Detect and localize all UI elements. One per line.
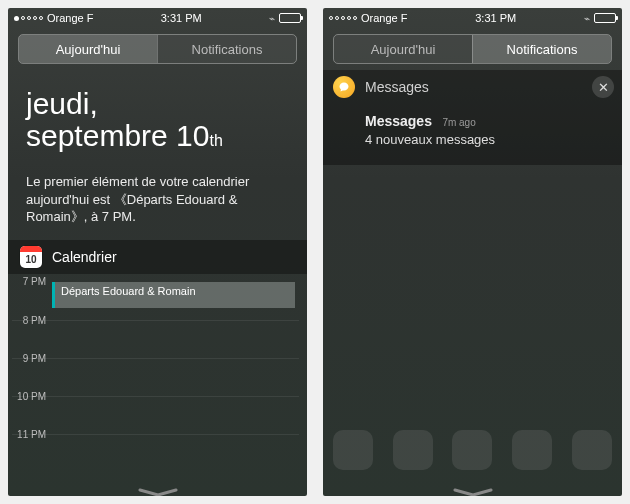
calendar-row: 7 PM Départs Edouard & Romain [12, 282, 299, 320]
phone-notifications: Orange F 3:31 PM ⌁ Aujourd'hui Notificat… [323, 8, 622, 496]
notification-body: 4 nouveaux messages [365, 132, 608, 147]
clock-label: 3:31 PM [161, 12, 202, 24]
messages-icon [333, 76, 355, 98]
home-icons-blur [323, 418, 622, 470]
signal-icon [329, 16, 357, 20]
status-left: Orange F [329, 12, 407, 24]
battery-icon [279, 13, 301, 23]
grabber-icon[interactable] [138, 484, 178, 490]
calendar-row: 8 PM [12, 320, 299, 358]
calendar-event[interactable]: Départs Edouard & Romain [52, 282, 295, 308]
battery-icon [594, 13, 616, 23]
signal-icon [14, 16, 43, 21]
bluetooth-icon: ⌁ [584, 13, 590, 24]
today-header: jeudi, septembre 10th [8, 70, 307, 161]
today-date-main: septembre 10 [26, 119, 209, 152]
notification-item[interactable]: Messages 7m ago 4 nouveaux messages [323, 104, 622, 165]
notification-group: Messages ✕ Messages 7m ago 4 nouveaux me… [323, 70, 622, 165]
close-icon[interactable]: ✕ [592, 76, 614, 98]
notification-title: Messages [365, 113, 432, 129]
today-date-ordinal: th [209, 132, 222, 149]
phone-today: Orange F 3:31 PM ⌁ Aujourd'hui Notificat… [8, 8, 307, 496]
bluetooth-icon: ⌁ [269, 13, 275, 24]
calendar-row: 11 PM [12, 434, 299, 472]
notification-time: 7m ago [442, 117, 475, 128]
today-date: septembre 10th [26, 120, 289, 152]
today-weekday: jeudi, [26, 88, 289, 120]
clock-label: 3:31 PM [475, 12, 516, 24]
tab-notifications[interactable]: Notifications [472, 35, 611, 63]
segmented-control: Aujourd'hui Notifications [333, 34, 612, 64]
carrier-label: Orange F [47, 12, 93, 24]
status-bar: Orange F 3:31 PM ⌁ [323, 8, 622, 28]
calendar-widget-header[interactable]: 10 Calendrier [8, 240, 307, 274]
event-title: Départs Edouard & Romain [61, 285, 196, 297]
calendar-grid[interactable]: 7 PM Départs Edouard & Romain 8 PM 9 PM … [8, 274, 307, 472]
calendar-row: 10 PM [12, 396, 299, 434]
calendar-icon: 10 [20, 246, 42, 268]
status-left: Orange F [14, 12, 93, 24]
today-summary: Le premier élément de votre calendrier a… [8, 161, 307, 240]
tab-today[interactable]: Aujourd'hui [19, 35, 157, 63]
notification-group-header[interactable]: Messages ✕ [323, 70, 622, 104]
segmented-control: Aujourd'hui Notifications [18, 34, 297, 64]
hour-label: 10 PM [12, 391, 52, 402]
calendar-row: 9 PM [12, 358, 299, 396]
hour-label: 9 PM [12, 353, 52, 364]
status-right: ⌁ [584, 13, 616, 24]
grabber-icon[interactable] [453, 484, 493, 490]
tab-today[interactable]: Aujourd'hui [334, 35, 472, 63]
status-right: ⌁ [269, 13, 301, 24]
hour-label: 7 PM [12, 276, 52, 287]
status-bar: Orange F 3:31 PM ⌁ [8, 8, 307, 28]
notification-app-name: Messages [365, 79, 429, 95]
carrier-label: Orange F [361, 12, 407, 24]
tab-notifications[interactable]: Notifications [157, 35, 296, 63]
hour-label: 8 PM [12, 315, 52, 326]
hour-label: 11 PM [12, 429, 52, 440]
calendar-title: Calendrier [52, 249, 117, 265]
